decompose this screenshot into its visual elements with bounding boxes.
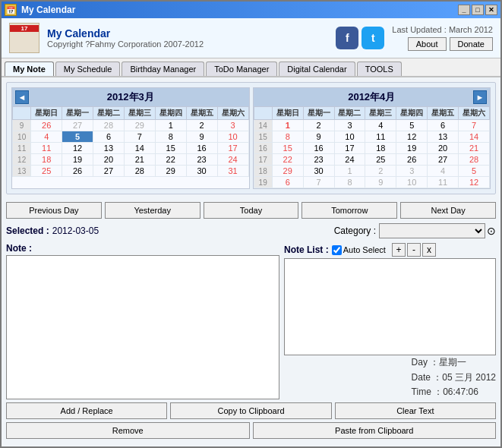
table-row[interactable]: 17 xyxy=(334,143,365,154)
table-row[interactable]: 24 xyxy=(334,154,365,166)
table-row[interactable]: 9 xyxy=(365,177,396,188)
remove-button[interactable]: Remove xyxy=(6,422,250,439)
table-row[interactable]: 2 xyxy=(303,120,334,131)
table-row[interactable]: 13 xyxy=(428,131,459,143)
table-row[interactable]: 11 xyxy=(31,143,62,154)
maximize-button[interactable]: □ xyxy=(472,5,484,15)
table-row[interactable]: 23 xyxy=(186,154,217,166)
table-row[interactable]: 15 xyxy=(155,143,186,154)
table-row[interactable]: 1 xyxy=(334,166,365,177)
table-row[interactable]: 26 xyxy=(62,166,93,177)
clear-text-button[interactable]: Clear Text xyxy=(335,402,496,419)
table-row[interactable]: 30 xyxy=(303,166,334,177)
table-row[interactable]: 31 xyxy=(217,166,248,177)
table-row[interactable]: 2 xyxy=(186,120,217,131)
table-row[interactable]: 28 xyxy=(459,154,490,166)
table-row[interactable]: 16 xyxy=(303,143,334,154)
tomorrow-button[interactable]: Tomorrow xyxy=(302,202,397,219)
about-button[interactable]: About xyxy=(408,37,447,51)
table-row[interactable]: 3 xyxy=(396,166,428,177)
close-button[interactable]: ✕ xyxy=(485,5,497,15)
table-row[interactable]: 16 xyxy=(186,143,217,154)
table-row[interactable]: 19 xyxy=(62,154,93,166)
add-note-button[interactable]: + xyxy=(392,243,406,257)
table-row[interactable]: 21 xyxy=(124,154,155,166)
auto-select-checkbox[interactable] xyxy=(332,245,342,255)
add-replace-button[interactable]: Add / Replace xyxy=(6,402,167,419)
table-row[interactable]: 4 xyxy=(365,120,396,131)
table-row[interactable]: 15 xyxy=(272,143,303,154)
yesterday-button[interactable]: Yesterday xyxy=(105,202,200,219)
close-note-button[interactable]: x xyxy=(422,243,436,257)
table-row[interactable]: 12 xyxy=(62,143,93,154)
table-row[interactable]: 8 xyxy=(155,131,186,143)
table-row[interactable]: 24 xyxy=(217,154,248,166)
copy-clipboard-button[interactable]: Copy to Clipboard xyxy=(170,402,331,419)
table-row[interactable]: 12 xyxy=(459,177,490,188)
table-row[interactable]: 7 xyxy=(124,131,155,143)
minimize-button[interactable]: _ xyxy=(458,5,470,15)
table-row[interactable]: 2 xyxy=(365,166,396,177)
table-row[interactable]: 8 xyxy=(334,177,365,188)
table-row[interactable]: 9 xyxy=(186,131,217,143)
table-row[interactable]: 26 xyxy=(396,154,428,166)
table-row[interactable]: 5 xyxy=(396,120,428,131)
note-textarea[interactable] xyxy=(6,255,279,399)
table-row[interactable]: 25 xyxy=(365,154,396,166)
table-row[interactable]: 28 xyxy=(124,166,155,177)
table-row[interactable]: 17 xyxy=(217,143,248,154)
tab-birthday-manager[interactable]: Birthday Manager xyxy=(122,62,204,76)
note-list-box[interactable] xyxy=(284,258,496,355)
next-month-button[interactable]: ► xyxy=(473,90,487,104)
remove-note-button[interactable]: - xyxy=(407,243,421,257)
table-row[interactable]: 14 xyxy=(459,131,490,143)
table-row[interactable]: 22 xyxy=(272,154,303,166)
tab-my-note[interactable]: My Note xyxy=(5,62,54,76)
prev-month-button[interactable]: ◄ xyxy=(15,90,29,104)
table-row[interactable]: 29 xyxy=(272,166,303,177)
tab-todo-manager[interactable]: ToDo Manager xyxy=(206,62,277,76)
table-row[interactable]: 19 xyxy=(396,143,428,154)
table-row[interactable]: 20 xyxy=(428,143,459,154)
paste-clipboard-button[interactable]: Paste from Clipboard xyxy=(253,422,497,439)
table-row[interactable]: 18 xyxy=(365,143,396,154)
table-row[interactable]: 20 xyxy=(93,154,125,166)
table-row[interactable]: 21 xyxy=(459,143,490,154)
table-row[interactable]: 13 xyxy=(93,143,125,154)
table-row[interactable]: 12 xyxy=(396,131,428,143)
table-row[interactable]: 11 xyxy=(428,177,459,188)
facebook-button[interactable]: f xyxy=(336,27,358,49)
table-row[interactable]: 23 xyxy=(303,154,334,166)
table-row[interactable]: 14 xyxy=(124,143,155,154)
tab-digital-calendar[interactable]: Digital Calendar xyxy=(279,62,355,76)
table-row[interactable]: 27 xyxy=(428,154,459,166)
table-row[interactable]: 3 xyxy=(217,120,248,131)
table-row[interactable]: 8 xyxy=(272,131,303,143)
table-row[interactable]: 9 xyxy=(303,131,334,143)
table-row[interactable]: 7 xyxy=(459,120,490,131)
table-row[interactable]: 10 xyxy=(396,177,428,188)
category-dropdown-btn[interactable]: ⊙ xyxy=(487,225,496,237)
table-row[interactable]: 11 xyxy=(365,131,396,143)
table-row[interactable]: 3 xyxy=(334,120,365,131)
table-row[interactable]: 4 xyxy=(31,131,62,143)
table-row[interactable]: 5 xyxy=(62,131,93,143)
table-row[interactable]: 6 xyxy=(93,131,125,143)
tab-my-schedule[interactable]: My Schedule xyxy=(55,62,121,76)
tab-tools[interactable]: TOOLS xyxy=(357,62,402,76)
donate-button[interactable]: Donate xyxy=(450,37,493,51)
table-row[interactable]: 30 xyxy=(186,166,217,177)
table-row[interactable]: 29 xyxy=(124,120,155,131)
table-row[interactable]: 29 xyxy=(155,166,186,177)
twitter-button[interactable]: t xyxy=(362,27,384,49)
table-row[interactable]: 1 xyxy=(155,120,186,131)
table-row[interactable]: 6 xyxy=(272,177,303,188)
today-button[interactable]: Today xyxy=(204,202,299,219)
table-row[interactable]: 10 xyxy=(334,131,365,143)
table-row[interactable]: 25 xyxy=(31,166,62,177)
table-row[interactable]: 18 xyxy=(31,154,62,166)
previous-day-button[interactable]: Previous Day xyxy=(6,202,102,219)
table-row[interactable]: 1 xyxy=(272,120,303,131)
table-row[interactable]: 5 xyxy=(459,166,490,177)
table-row[interactable]: 7 xyxy=(303,177,334,188)
